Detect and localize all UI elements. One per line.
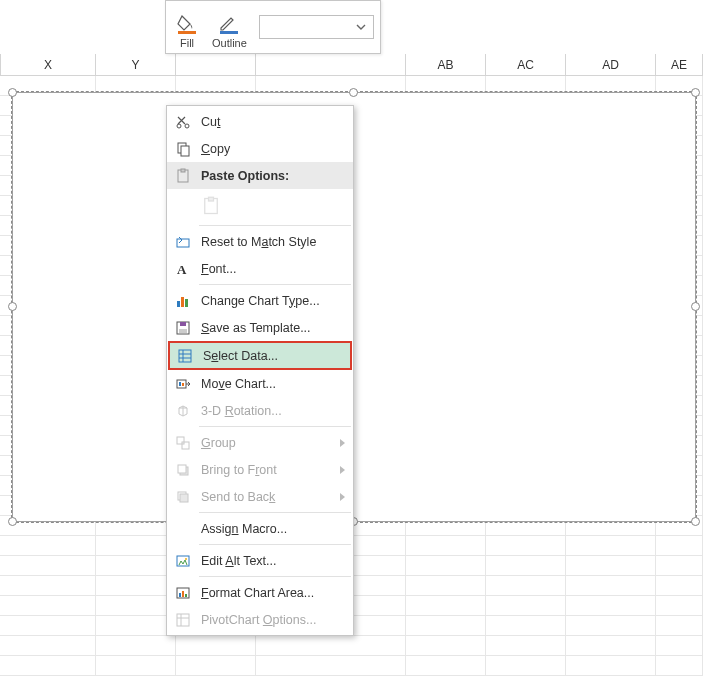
col-header[interactable]: Y [96,54,176,76]
menu-separator [199,284,351,285]
menu-label: PivotChart Options... [201,613,345,627]
menu-reset-style[interactable]: Reset to Match Style [167,228,353,255]
menu-label: Reset to Match Style [201,235,345,249]
fill-button[interactable]: Fill [172,5,202,49]
save-template-icon [173,318,193,338]
menu-label: Edit Alt Text... [201,554,345,568]
resize-handle-top-left[interactable] [8,88,17,97]
menu-label: Send to Back [201,490,336,504]
col-header[interactable]: AB [406,54,486,76]
format-area-icon [173,583,193,603]
svg-point-32 [185,558,187,560]
resize-handle-bottom-right[interactable] [691,517,700,526]
menu-select-data[interactable]: Select Data... [169,342,351,369]
svg-point-2 [177,124,181,128]
menu-separator [199,544,351,545]
menu-group: Group [167,429,353,456]
send-back-icon [173,487,193,507]
chevron-down-icon [355,21,367,33]
pivot-options-icon [173,610,193,630]
svg-rect-7 [181,169,185,172]
menu-format-chart-area[interactable]: Format Chart Area... [167,579,353,606]
svg-rect-26 [182,442,189,449]
resize-handle-top-right[interactable] [691,88,700,97]
group-icon [173,433,193,453]
menu-paste-default [167,189,353,223]
col-header[interactable]: X [0,54,96,76]
svg-point-3 [185,124,189,128]
move-chart-icon [173,374,193,394]
menu-label: Font... [201,262,345,276]
resize-handle-bottom-left[interactable] [8,517,17,526]
paint-bucket-icon [176,13,198,35]
menu-copy[interactable]: Copy [167,135,353,162]
menu-assign-macro[interactable]: Assign Macro... [167,515,353,542]
menu-3d-rotation: 3-D Rotation... [167,397,353,424]
menu-font[interactable]: A Font... [167,255,353,282]
resize-handle-top-mid[interactable] [349,88,358,97]
chart-context-menu: Cut Copy Paste Options: Reset to Match S… [166,105,354,636]
menu-label: Format Chart Area... [201,586,345,600]
scissors-icon [173,112,193,132]
svg-rect-23 [179,382,181,386]
menu-separator [199,426,351,427]
svg-rect-28 [178,465,186,473]
select-data-icon [175,346,195,366]
submenu-arrow-icon [340,493,345,501]
menu-label: Cut [201,115,345,129]
copy-icon [173,139,193,159]
col-header[interactable]: AD [566,54,656,76]
svg-rect-22 [177,380,186,388]
svg-rect-18 [179,350,191,362]
svg-rect-14 [185,299,188,307]
svg-rect-37 [177,614,189,626]
menu-label: Bring to Front [201,463,336,477]
chart-type-icon [173,291,193,311]
menu-move-chart[interactable]: Move Chart... [167,370,353,397]
reset-style-icon [173,232,193,252]
paste-icon [201,196,221,216]
svg-rect-12 [177,301,180,307]
col-header[interactable] [256,54,406,76]
menu-label: 3-D Rotation... [201,404,345,418]
svg-rect-1 [220,31,238,34]
pen-icon [218,13,240,35]
alt-text-icon [173,551,193,571]
svg-rect-24 [182,383,184,386]
col-header[interactable]: AE [656,54,703,76]
menu-edit-alt-text[interactable]: Edit Alt Text... [167,547,353,574]
menu-change-chart-type[interactable]: Change Chart Type... [167,287,353,314]
svg-rect-25 [177,437,184,444]
cube-icon [173,401,193,421]
fill-label: Fill [180,37,194,49]
svg-rect-36 [185,594,187,597]
menu-label: Assign Macro... [201,522,345,536]
chart-object[interactable] [12,92,696,522]
svg-rect-16 [180,322,186,326]
outline-label: Outline [212,37,247,49]
resize-handle-mid-left[interactable] [8,302,17,311]
svg-rect-13 [181,297,184,307]
svg-rect-35 [182,591,184,597]
menu-label: Change Chart Type... [201,294,345,308]
outline-button[interactable]: Outline [208,5,251,49]
submenu-arrow-icon [340,439,345,447]
svg-rect-9 [209,197,214,201]
menu-paste-options[interactable]: Paste Options: [167,162,353,189]
menu-send-to-back: Send to Back [167,483,353,510]
col-header[interactable] [176,54,256,76]
macro-icon [173,519,193,539]
svg-rect-5 [181,146,189,156]
col-header[interactable]: AC [486,54,566,76]
menu-save-template[interactable]: Save as Template... [167,314,353,341]
column-header-row: X Y AB AC AD AE [0,54,703,76]
menu-label: Select Data... [203,349,343,363]
chart-selection-border [11,91,697,523]
svg-rect-34 [179,593,181,597]
mini-toolbar: Fill Outline [165,0,381,54]
style-dropdown[interactable] [259,15,374,39]
menu-cut[interactable]: Cut [167,108,353,135]
resize-handle-mid-right[interactable] [691,302,700,311]
menu-label: Copy [201,142,345,156]
menu-label: Paste Options: [201,169,345,183]
